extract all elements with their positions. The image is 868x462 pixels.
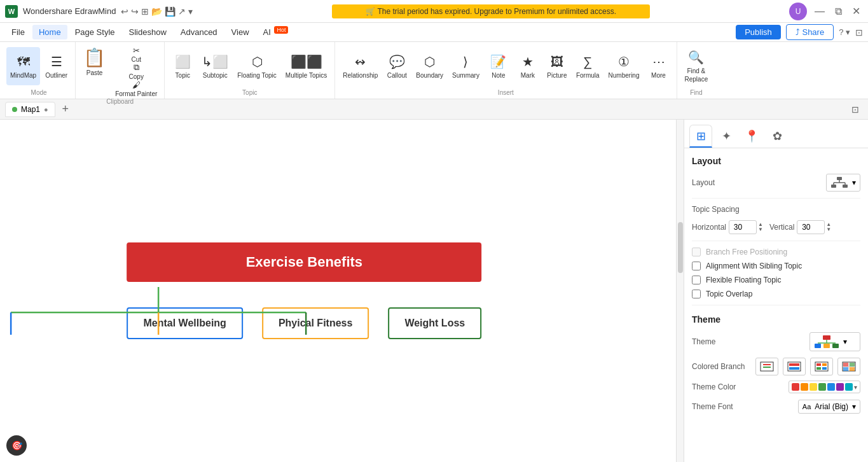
panel-tab-clipart[interactable]: 📍 (740, 125, 763, 148)
menu-file[interactable]: File (5, 25, 31, 39)
share-button[interactable]: ⤴ Share (786, 24, 834, 40)
vertical-scrollbar[interactable] (676, 120, 684, 462)
spacing-values-row: Horizontal ▲ ▼ Vertical ▲ ▼ (692, 220, 860, 234)
insert-group-label: Insert (498, 89, 514, 96)
avatar[interactable]: U (789, 3, 807, 20)
note-button[interactable]: 📝 Note (485, 47, 513, 85)
more-title-button[interactable]: ▾ (188, 6, 193, 17)
topic-button[interactable]: ⬜ Topic (169, 47, 196, 85)
menu-home[interactable]: Home (32, 25, 67, 39)
redo-button[interactable]: ↪ (131, 6, 139, 17)
summary-button[interactable]: ⟩ Summary (448, 47, 483, 85)
tab-map1-label: Map1 (21, 105, 40, 114)
add-tab-button[interactable]: + (58, 102, 73, 117)
new-button[interactable]: ⊞ (141, 6, 149, 17)
svg-rect-5 (837, 177, 842, 180)
open-button[interactable]: 📂 (151, 6, 162, 17)
horizontal-input[interactable] (729, 220, 757, 234)
restore-button[interactable]: ⧉ (832, 6, 844, 17)
tab-close-map1[interactable]: ● (44, 106, 48, 113)
menu-slideshow[interactable]: Slideshow (123, 25, 173, 39)
theme-select-dropdown[interactable]: ▾ (809, 332, 860, 351)
zoom-icon[interactable]: 🎯 (6, 435, 27, 456)
branch-style-1[interactable] (755, 358, 778, 375)
theme-color-control[interactable]: ▾ (789, 381, 860, 393)
alignment-checkbox[interactable] (692, 262, 701, 270)
ribbon-clipboard-group: 📋 Paste ✂ Cut ⧉ Copy 🖌 Format Painter Cl… (76, 42, 165, 99)
trial-notice[interactable]: 🛒 The trial period has expired. Upgrade … (332, 4, 650, 18)
save-button[interactable]: 💾 (165, 6, 176, 17)
scrollbar-thumb[interactable] (678, 222, 683, 273)
more-button[interactable]: ⋯ More (645, 47, 673, 85)
subtopic-mental[interactable]: Mental Wellbeing (127, 307, 242, 339)
svg-rect-33 (850, 363, 855, 367)
layout-select-dropdown[interactable]: ▾ (826, 174, 860, 192)
boundary-button[interactable]: ⬡ Boundary (412, 47, 447, 85)
subtopic-fitness[interactable]: Phyical Fitness (262, 307, 369, 339)
note-label: Note (492, 71, 505, 80)
flexible-checkbox[interactable] (692, 276, 701, 284)
cut-button[interactable]: ✂ Cut (112, 46, 160, 62)
publish-button[interactable]: Publish (736, 25, 781, 39)
color-2 (801, 383, 808, 391)
find-replace-button[interactable]: 🔍 Find &Replace (681, 47, 712, 85)
branch-free-checkbox[interactable] (692, 248, 701, 256)
menu-view[interactable]: View (225, 25, 256, 39)
vertical-input[interactable] (797, 220, 825, 234)
mark-button[interactable]: ★ Mark (514, 47, 542, 85)
menu-ai[interactable]: AI Hot (257, 24, 295, 39)
horizontal-down[interactable]: ▼ (758, 227, 763, 232)
help-button[interactable]: ? ▾ (839, 27, 850, 37)
paste-label: Paste (86, 69, 103, 76)
mindmap-icon: 🗺 (17, 53, 30, 70)
relationship-button[interactable]: ↭ Relationship (339, 47, 382, 85)
menu-page-style[interactable]: Page Style (69, 25, 121, 39)
outliner-label: Outliner (45, 71, 67, 80)
vertical-down[interactable]: ▼ (826, 227, 831, 232)
panel-tab-settings[interactable]: ✿ (766, 125, 789, 148)
floating-topic-button[interactable]: ⬡ Floating Topic (233, 47, 280, 85)
close-button[interactable]: ✕ (850, 5, 863, 17)
multiple-topics-button[interactable]: ⬛⬛ Multiple Topics (282, 47, 331, 85)
paste-button[interactable]: 📋 Paste (79, 45, 109, 83)
panel-tab-style[interactable]: ✦ (715, 125, 738, 148)
color-4 (818, 383, 826, 391)
minimize-button[interactable]: — (812, 6, 827, 17)
menu-advanced[interactable]: Advanced (174, 25, 224, 39)
callout-button[interactable]: 💬 Callout (383, 47, 411, 85)
outliner-icon: ☰ (51, 53, 62, 70)
menubar-right: Publish ⤴ Share ? ▾ ⊡ (736, 24, 863, 40)
insert-items: ↭ Relationship 💬 Callout ⬡ Boundary ⟩ Su… (339, 45, 672, 88)
svg-rect-10 (831, 185, 836, 188)
numbering-button[interactable]: ① Numbering (605, 47, 644, 85)
panel-tab-layout[interactable]: ⊞ (689, 125, 712, 148)
vertical-spinner[interactable]: ▲ ▼ (826, 222, 831, 232)
overlap-checkbox[interactable] (692, 290, 701, 298)
copy-button[interactable]: ⧉ Copy (112, 63, 160, 80)
mark-label: Mark (521, 71, 535, 80)
undo-button[interactable]: ↩ (121, 6, 128, 17)
clipart-tab-icon: 📍 (745, 129, 759, 143)
outliner-button[interactable]: ☰ Outliner (41, 47, 71, 85)
subtopic-button[interactable]: ↳⬜ Subtopic (198, 47, 232, 85)
picture-button[interactable]: 🖼 Picture (543, 47, 571, 85)
branch-style-4[interactable] (837, 358, 860, 375)
theme-font-dropdown[interactable]: Aa Arial (Big) ▾ (798, 400, 860, 414)
svg-rect-34 (843, 367, 848, 371)
subtopic-weight[interactable]: Weight Loss (388, 307, 481, 339)
mindmap-button[interactable]: 🗺 MindMap (6, 47, 40, 85)
formula-icon: ∑ (583, 53, 592, 70)
canvas[interactable]: Exercise Benefits Mental Wellbeing Phyic… (0, 120, 676, 462)
format-painter-button[interactable]: 🖌 Format Painter (112, 80, 160, 97)
tab-map1[interactable]: Map1 ● (5, 102, 55, 117)
central-topic[interactable]: Exercise Benefits (127, 242, 481, 282)
expand-canvas-button[interactable]: ⊡ (848, 102, 863, 117)
expand-button[interactable]: ⊡ (855, 27, 863, 38)
app-name: Wondershare EdrawMind (23, 6, 116, 16)
horizontal-spinner[interactable]: ▲ ▼ (758, 222, 763, 232)
branch-style-2[interactable] (783, 358, 806, 375)
formula-button[interactable]: ∑ Formula (572, 47, 603, 85)
titlebar: W Wondershare EdrawMind ↩ ↪ ⊞ 📂 💾 ↗ ▾ 🛒 … (0, 0, 868, 23)
branch-style-3[interactable] (810, 358, 833, 375)
export-button[interactable]: ↗ (178, 6, 186, 17)
